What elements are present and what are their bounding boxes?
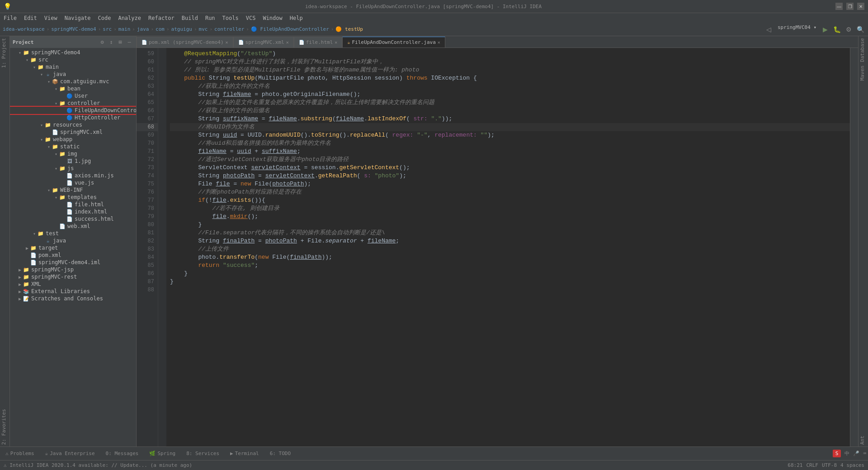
menu-navigate[interactable]: Navigate: [61, 13, 94, 23]
menu-help[interactable]: Help: [286, 13, 307, 23]
maximize-button[interactable]: ❐: [846, 3, 854, 10]
tree-item-package[interactable]: ▾ 📦 com.atguigu.mvc: [10, 78, 136, 85]
tree-item-test-java[interactable]: ☕ java: [10, 237, 136, 244]
tree-item-iml[interactable]: 📄 springMVC-demo4.iml: [10, 259, 136, 266]
status-crlf[interactable]: CRLF: [806, 462, 818, 468]
run-config[interactable]: springMVC04 ▾: [776, 24, 818, 34]
breadcrumb-main[interactable]: main: [118, 26, 131, 32]
tree-item-bean[interactable]: ▾ 📁 bean: [10, 85, 136, 92]
tab-close-file-html[interactable]: ✕: [335, 40, 337, 45]
code-content[interactable]: @RequestMapping("/testUp") // springMVC对…: [166, 48, 850, 446]
tab-pom-xml[interactable]: 📄 pom.xml (springMVC-demo4) ✕: [137, 37, 233, 47]
tree-item-target[interactable]: ▶ 📁 target: [10, 244, 136, 252]
menu-view[interactable]: View: [41, 13, 61, 23]
tree-item-httpcontroller[interactable]: 🔵 HttpController: [10, 114, 136, 121]
tab-close-pom[interactable]: ✕: [226, 40, 228, 45]
tab-services[interactable]: 8: Services: [183, 450, 223, 457]
expand-icon[interactable]: ⊞: [116, 38, 124, 46]
tree-item-templates[interactable]: ▾ 📁 templates: [10, 194, 136, 201]
tree-item-index-html[interactable]: 📄 index.html: [10, 208, 136, 215]
settings-button[interactable]: ⚙: [844, 24, 854, 34]
tree-item-ext-libs[interactable]: ▶ 📚 External Libraries: [10, 288, 136, 295]
tree-item-axios[interactable]: 📄 axios.min.js: [10, 172, 136, 179]
minimize-button[interactable]: —: [835, 3, 843, 10]
tree-item-success-html[interactable]: 📄 success.html: [10, 215, 136, 223]
tree-item-js[interactable]: ▾ 📁 js: [10, 165, 136, 172]
minimize-panel-icon[interactable]: —: [125, 38, 133, 46]
tab-springmvc-xml[interactable]: 📄 springMVC.xml ✕: [233, 37, 294, 47]
tree-item-test[interactable]: ▾ 📁 test: [10, 230, 136, 237]
panel-label-favorites[interactable]: 2: Favorites: [0, 407, 9, 446]
tree-item-webapp[interactable]: ▾ 📁 webapp: [10, 136, 136, 143]
tab-file-html[interactable]: 📄 file.html ✕: [294, 37, 343, 47]
tab-spring[interactable]: 🌿 Spring: [146, 450, 179, 457]
tab-messages[interactable]: 0: Messages: [102, 450, 142, 457]
tree-item-vue[interactable]: 📄 vue.js: [10, 179, 136, 186]
status-line-col[interactable]: 68:21: [788, 462, 802, 468]
menu-edit[interactable]: Edit: [20, 13, 41, 23]
breadcrumb-method[interactable]: 🟠 testUp: [335, 26, 363, 32]
tree-item-jpg[interactable]: 🖼 1.jpg: [10, 157, 136, 165]
menu-file[interactable]: File: [0, 13, 20, 23]
code-editor[interactable]: 59 60 61 62 63 64 65 66 67 68 69 70 71 7…: [137, 48, 858, 446]
menu-refactor[interactable]: Refactor: [145, 13, 178, 23]
tree-item-controller[interactable]: ▾ 📁 controller: [10, 100, 136, 107]
back-button[interactable]: ◁: [764, 24, 774, 34]
menu-vcs[interactable]: VCS: [242, 13, 259, 23]
tree-item-pom[interactable]: 📄 pom.xml: [10, 252, 136, 259]
tree-item-xml[interactable]: ▶ 📁 XML: [10, 280, 136, 288]
tree-item-fileupanddown[interactable]: 🔵 FileUpAndDownController: [10, 107, 136, 114]
tree-item-src[interactable]: ▾ 📁 src: [10, 56, 136, 63]
menu-analyze[interactable]: Analyze: [114, 13, 145, 23]
right-scroll-bar[interactable]: [850, 48, 858, 446]
tree-item-file-html[interactable]: 📄 file.html: [10, 201, 136, 208]
panel-label-database[interactable]: Database: [859, 36, 868, 64]
panel-label-project[interactable]: 1: Project: [0, 36, 9, 70]
debug-button[interactable]: 🐛: [832, 24, 842, 34]
tree-item-static[interactable]: ▾ 📁 static: [10, 143, 136, 150]
tree-item-img[interactable]: ▾ 📁 img: [10, 150, 136, 157]
tree-item-java[interactable]: ▾ ☕ java: [10, 71, 136, 78]
breadcrumb-src[interactable]: src: [103, 26, 112, 32]
breadcrumb-atguigu[interactable]: atguigu: [171, 26, 192, 32]
tree-item-webinf[interactable]: ▾ 📁 WEB-INF: [10, 186, 136, 194]
sort-icon[interactable]: ↕: [107, 38, 115, 46]
window-controls[interactable]: — ❐ ✕: [835, 3, 864, 10]
search-button[interactable]: 🔍: [855, 24, 865, 34]
status-indent[interactable]: 4 spaces: [840, 462, 864, 468]
tree-item-web-xml[interactable]: 📄 web.xml: [10, 223, 136, 230]
tree-item-springmvc-rest[interactable]: ▶ 📁 springMVC-rest: [10, 273, 136, 280]
menu-build[interactable]: Build: [178, 13, 202, 23]
tree-item-resources[interactable]: ▾ 📁 resources: [10, 121, 136, 128]
tab-close-springmvc[interactable]: ✕: [286, 40, 289, 45]
menu-run[interactable]: Run: [202, 13, 219, 23]
tree-item-springmvc-jsp[interactable]: ▶ 📁 springMVC-jsp: [10, 266, 136, 273]
menu-window[interactable]: Window: [259, 13, 286, 23]
tab-java-enterprise[interactable]: ☕ Java Enterprise: [42, 450, 99, 457]
menu-code[interactable]: Code: [94, 13, 115, 23]
breadcrumb-java[interactable]: java: [137, 26, 149, 32]
status-encoding[interactable]: UTF-8: [822, 462, 837, 468]
panel-label-maven[interactable]: Maven: [859, 64, 868, 82]
tab-problems[interactable]: ⚠ Problems: [2, 450, 38, 457]
menu-tools[interactable]: Tools: [219, 13, 242, 23]
breadcrumb-mvc[interactable]: mvc: [199, 26, 208, 32]
tab-close-fileupanddown[interactable]: ✕: [438, 40, 440, 45]
tree-item-springmvc-xml[interactable]: 📄 springMVC.xml: [10, 128, 136, 136]
tree-item-springmvc-demo4[interactable]: ▾ 📁 springMVC-demo4: [10, 49, 136, 56]
tree-item-main[interactable]: ▾ 📁 main: [10, 63, 136, 71]
breadcrumb-project[interactable]: springMVC-demo4: [51, 26, 96, 32]
tab-fileupanddown[interactable]: ☕ FileUpAndDownController.java ✕: [342, 37, 445, 47]
tree-item-user[interactable]: 🔵 User: [10, 92, 136, 100]
tree-item-scratches[interactable]: ▶ 📝 Scratches and Consoles: [10, 295, 136, 302]
breadcrumb-com[interactable]: com: [156, 26, 165, 32]
panel-label-ant[interactable]: Ant: [859, 434, 868, 446]
tab-terminal[interactable]: ▶ Terminal: [226, 450, 263, 457]
breadcrumb-workspace[interactable]: idea-workspace: [3, 26, 45, 32]
tab-todo[interactable]: 6: TODO: [266, 450, 294, 457]
gear-icon[interactable]: ⚙: [98, 38, 106, 46]
close-button[interactable]: ✕: [857, 3, 864, 10]
breadcrumb-class[interactable]: 🔵 FileUpAndDownController: [251, 26, 329, 32]
breadcrumb-controller[interactable]: controller: [214, 26, 244, 32]
run-button[interactable]: ▶: [820, 24, 830, 34]
